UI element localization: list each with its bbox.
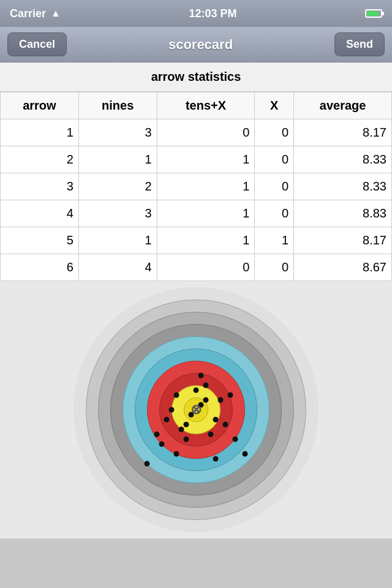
cell-arrow: 4 bbox=[1, 200, 79, 227]
arrow-dot bbox=[179, 427, 184, 432]
cell-arrow: 5 bbox=[1, 227, 79, 254]
arrow-dot bbox=[159, 442, 165, 447]
cell-arrow: 2 bbox=[1, 146, 79, 173]
arrow-dot bbox=[174, 393, 179, 398]
col-header-avg: average bbox=[294, 92, 392, 119]
cell-tensx: 1 bbox=[157, 200, 255, 227]
target-center-x: ⊗ bbox=[190, 402, 202, 418]
cell-nines: 2 bbox=[78, 173, 157, 200]
cancel-button[interactable]: Cancel bbox=[7, 32, 67, 56]
cell-tensx: 1 bbox=[157, 227, 255, 254]
arrow-dot bbox=[213, 456, 219, 462]
arrow-dot bbox=[154, 432, 160, 437]
cell-nines: 3 bbox=[78, 119, 157, 146]
cell-avg: 8.17 bbox=[294, 227, 392, 254]
content-area: arrow statistics arrow nines tens+X X av… bbox=[0, 62, 392, 281]
arrow-dot bbox=[169, 407, 175, 413]
arrow-dot bbox=[174, 451, 179, 457]
table-section-title: arrow statistics bbox=[0, 62, 392, 92]
cell-tensx: 0 bbox=[157, 254, 255, 281]
battery-area bbox=[365, 9, 382, 18]
arrow-dot bbox=[184, 422, 189, 428]
col-header-nines: nines bbox=[78, 92, 157, 119]
arrow-dot bbox=[198, 373, 204, 379]
arrow-dot bbox=[203, 383, 209, 388]
cell-arrow: 6 bbox=[1, 254, 79, 281]
cell-nines: 1 bbox=[78, 146, 157, 173]
arrow-dot bbox=[243, 451, 248, 457]
arrow-dot bbox=[228, 393, 233, 398]
cell-tensx: 1 bbox=[157, 146, 255, 173]
cell-nines: 1 bbox=[78, 227, 157, 254]
col-header-x: X bbox=[255, 92, 294, 119]
cell-arrow: 1 bbox=[1, 119, 79, 146]
arrow-dot bbox=[223, 422, 228, 428]
table-row: 2 1 1 0 8.33 bbox=[1, 146, 392, 173]
carrier-wifi: Carrier ▲ bbox=[10, 7, 61, 20]
cell-nines: 4 bbox=[78, 254, 157, 281]
archery-target: ⊗ bbox=[74, 287, 318, 532]
arrow-dot bbox=[164, 417, 170, 423]
cell-nines: 3 bbox=[78, 200, 157, 227]
cell-x: 0 bbox=[255, 254, 294, 281]
arrow-dot bbox=[145, 461, 150, 467]
battery-icon bbox=[365, 9, 382, 18]
arrow-dot bbox=[233, 437, 238, 442]
nav-title: scorecard bbox=[168, 37, 233, 53]
cell-x: 0 bbox=[255, 200, 294, 227]
col-header-arrow: arrow bbox=[1, 92, 79, 119]
table-row: 4 3 1 0 8.83 bbox=[1, 200, 392, 227]
table-row: 3 2 1 0 8.33 bbox=[1, 173, 392, 200]
time-label: 12:03 PM bbox=[189, 7, 236, 20]
cell-avg: 8.67 bbox=[294, 254, 392, 281]
table-row: 5 1 1 1 8.17 bbox=[1, 227, 392, 254]
table-row: 1 3 0 0 8.17 bbox=[1, 119, 392, 146]
cell-arrow: 3 bbox=[1, 173, 79, 200]
arrow-dot bbox=[213, 417, 219, 423]
cell-avg: 8.83 bbox=[294, 200, 392, 227]
arrow-dot bbox=[218, 398, 224, 403]
cell-x: 0 bbox=[255, 146, 294, 173]
arrow-dot bbox=[194, 388, 199, 393]
send-button[interactable]: Send bbox=[334, 32, 385, 56]
status-bar: Carrier ▲ 12:03 PM bbox=[0, 0, 392, 27]
cell-x: 0 bbox=[255, 173, 294, 200]
cell-x: 0 bbox=[255, 119, 294, 146]
cell-avg: 8.17 bbox=[294, 119, 392, 146]
arrow-dot bbox=[208, 432, 214, 437]
arrow-dot bbox=[203, 398, 209, 403]
cell-avg: 8.33 bbox=[294, 146, 392, 173]
wifi-icon: ▲ bbox=[51, 8, 61, 19]
arrow-dot bbox=[184, 437, 189, 442]
carrier-label: Carrier bbox=[10, 7, 46, 20]
cell-x: 1 bbox=[255, 227, 294, 254]
table-header-row: arrow nines tens+X X average bbox=[1, 92, 392, 119]
table-row: 6 4 0 0 8.67 bbox=[1, 254, 392, 281]
cell-tensx: 1 bbox=[157, 173, 255, 200]
cell-tensx: 0 bbox=[157, 119, 255, 146]
stats-table: arrow nines tens+X X average 1 3 0 0 8.1… bbox=[0, 92, 392, 281]
col-header-tensx: tens+X bbox=[157, 92, 255, 119]
target-area: ⊗ bbox=[0, 281, 392, 538]
cell-avg: 8.33 bbox=[294, 173, 392, 200]
nav-bar: Cancel scorecard Send bbox=[0, 27, 392, 62]
table-body: 1 3 0 0 8.17 2 1 1 0 8.33 3 2 1 0 8.33 4… bbox=[1, 119, 392, 281]
battery-fill bbox=[367, 11, 379, 16]
